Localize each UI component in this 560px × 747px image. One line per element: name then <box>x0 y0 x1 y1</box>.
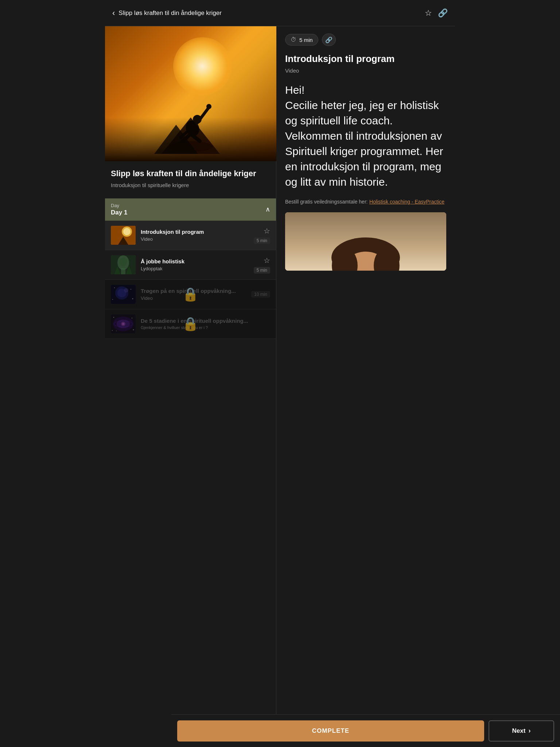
chevron-up-icon: ∧ <box>265 205 270 213</box>
lesson-right-2: ☆ 5 min <box>254 256 270 274</box>
content-type: Video <box>285 67 446 74</box>
day-section: Day Day 1 ∧ <box>105 198 276 339</box>
header-left: ‹ Slipp løs kraften til din åndelige kri… <box>112 8 222 18</box>
course-title: Slipp løs kraften til din åndelige krige… <box>111 169 270 179</box>
clock-icon: ⏱ <box>291 36 296 43</box>
lesson-duration-1: 5 min <box>254 237 270 244</box>
thumbnail-yoga <box>111 226 136 245</box>
lesson-item-3: Trøgen på en spirituell oppvåkning... Vi… <box>105 280 276 309</box>
header-title: Slipp løs kraften til din åndelige krige… <box>118 9 222 17</box>
lesson-thumbnail-2 <box>111 255 136 274</box>
link-badge[interactable]: 🔗 <box>322 34 336 46</box>
link-section: Bestill gratis veiledningssamtale her: H… <box>285 198 446 205</box>
header: ‹ Slipp løs kraften til din åndelige kri… <box>105 0 455 26</box>
meta-bar: ⏱ 5 min 🔗 <box>285 34 446 46</box>
lesson-thumbnail-1 <box>111 226 136 245</box>
bookmark-icon-2[interactable]: ☆ <box>264 256 270 265</box>
lock-overlay-4: 🔒 <box>105 309 276 338</box>
action-bar: COMPLETE Next › <box>171 714 455 747</box>
complete-button[interactable]: COMPLETE <box>177 720 455 742</box>
lesson-type-1: Video <box>141 236 250 242</box>
course-info: Slipp løs kraften til din åndelige krige… <box>105 161 276 193</box>
content-body: Hei! Cecilie heter jeg, jeg er holistisk… <box>285 82 446 190</box>
svg-point-12 <box>123 228 131 235</box>
main-layout: Slipp løs kraften til din åndelige krige… <box>105 26 455 747</box>
content-link[interactable]: Holistisk coaching - EasyPractice <box>369 199 444 205</box>
link-badge-icon: 🔗 <box>325 36 332 43</box>
lesson-duration-2: 5 min <box>254 267 270 274</box>
hero-image <box>105 26 276 161</box>
lock-overlay-3: 🔒 <box>105 280 276 309</box>
course-subtitle: Introduksjon til spirituelle krigere <box>111 182 270 188</box>
left-panel: Slipp løs kraften til din åndelige krige… <box>105 26 276 747</box>
lock-icon-3: 🔒 <box>182 287 199 302</box>
lesson-right-1: ☆ 5 min <box>254 227 270 244</box>
lesson-info-1: Introduksjon til program Video <box>141 229 250 242</box>
lesson-type-2: Lydopptak <box>141 266 250 271</box>
bookmark-icon-1[interactable]: ☆ <box>264 227 270 235</box>
silhouette-figure <box>154 52 227 154</box>
back-icon[interactable]: ‹ <box>112 8 115 18</box>
day-header-text: Day Day 1 <box>111 203 127 216</box>
svg-point-16 <box>120 258 127 266</box>
header-right: ☆ 🔗 <box>425 8 448 18</box>
svg-point-6 <box>206 104 211 109</box>
svg-rect-17 <box>121 268 125 274</box>
link-icon[interactable]: 🔗 <box>438 8 448 18</box>
link-prefix: Bestill gratis veiledningssamtale her: <box>285 199 368 205</box>
lesson-title-1: Introduksjon til program <box>141 229 250 235</box>
lesson-item-2[interactable]: Å jobbe holistisk Lydopptak ☆ 5 min <box>105 250 276 280</box>
right-panel: ⏱ 5 min 🔗 Introduksjon til program Video… <box>276 26 455 747</box>
lesson-list: Introduksjon til program Video ☆ 5 min <box>105 221 276 339</box>
day-header[interactable]: Day Day 1 ∧ <box>105 198 276 221</box>
day-label: Day <box>111 203 127 208</box>
thumbnail-forest <box>111 255 136 274</box>
lesson-info-2: Å jobbe holistisk Lydopptak <box>141 258 250 271</box>
preview-image <box>285 212 446 271</box>
time-text: 5 min <box>299 37 313 43</box>
lock-icon-4: 🔒 <box>182 316 199 332</box>
day-name: Day 1 <box>111 209 127 216</box>
time-badge: ⏱ 5 min <box>285 34 318 46</box>
content-title: Introduksjon til program <box>285 53 446 65</box>
lesson-item[interactable]: Introduksjon til program Video ☆ 5 min <box>105 221 276 250</box>
lesson-title-2: Å jobbe holistisk <box>141 258 250 264</box>
bookmark-icon[interactable]: ☆ <box>425 8 432 18</box>
lesson-item-4: De 5 stadiene i en spirituell oppvåkning… <box>105 309 276 339</box>
